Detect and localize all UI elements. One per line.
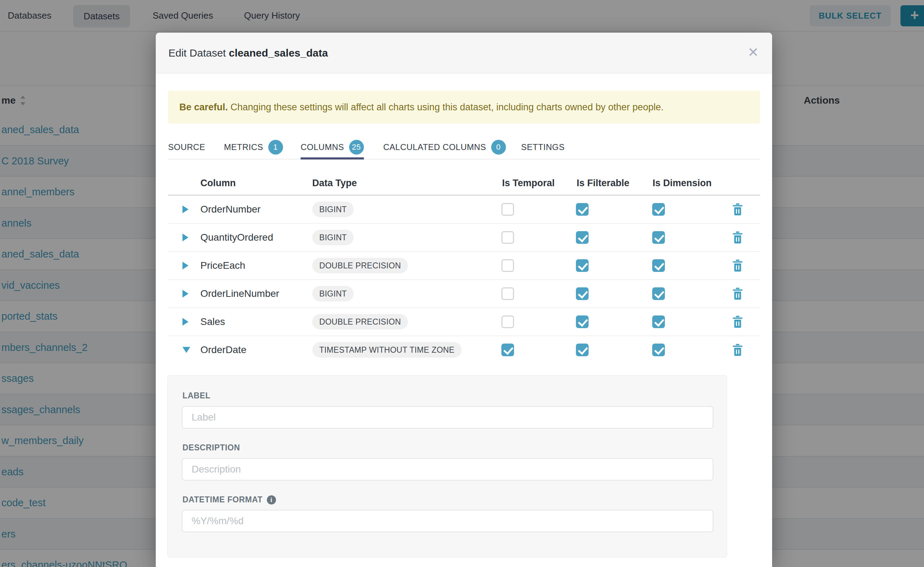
is-filterable-checkbox[interactable] bbox=[576, 259, 588, 272]
is-dimension-checkbox[interactable] bbox=[652, 344, 665, 356]
tab-label: CALCULATED COLUMNS bbox=[383, 142, 486, 152]
column-row-orderlinenumber: OrderLineNumber BIGINT bbox=[168, 280, 760, 308]
tab-columns[interactable]: COLUMNS25 bbox=[301, 135, 364, 159]
delete-column-icon[interactable] bbox=[732, 231, 743, 243]
is-temporal-checkbox[interactable] bbox=[501, 203, 514, 216]
tab-source[interactable]: SOURCE bbox=[168, 135, 205, 159]
expand-caret-icon[interactable] bbox=[182, 262, 188, 270]
column-name: PriceEach bbox=[200, 252, 245, 279]
label-field-label: LABEL bbox=[182, 391, 211, 400]
delete-column-icon[interactable] bbox=[732, 288, 743, 300]
datetime-format-label-text: DATETIME FORMAT bbox=[182, 495, 263, 504]
description-field-label-text: DESCRIPTION bbox=[182, 443, 240, 453]
column-name: QuantityOrdered bbox=[200, 224, 273, 251]
is-filterable-checkbox[interactable] bbox=[576, 287, 588, 300]
warning-banner-text: Changing these settings will affect all … bbox=[228, 102, 664, 112]
data-type-pill: DOUBLE PRECISION bbox=[312, 258, 408, 273]
columns-header-data-type: Data Type bbox=[312, 172, 357, 194]
delete-column-icon[interactable] bbox=[732, 344, 743, 356]
tab-badge: 0 bbox=[491, 140, 506, 154]
delete-column-icon[interactable] bbox=[732, 316, 743, 328]
column-name: OrderLineNumber bbox=[200, 280, 279, 308]
modal-title-prefix: Edit Dataset bbox=[169, 47, 229, 58]
is-dimension-checkbox[interactable] bbox=[652, 259, 665, 272]
is-temporal-checkbox[interactable] bbox=[501, 287, 514, 300]
close-icon[interactable]: ✕ bbox=[748, 33, 759, 73]
is-dimension-checkbox[interactable] bbox=[652, 203, 665, 216]
warning-banner: Be careful. Changing these settings will… bbox=[168, 91, 760, 124]
is-filterable-checkbox[interactable] bbox=[576, 315, 588, 328]
is-dimension-checkbox[interactable] bbox=[652, 287, 665, 300]
datetime-format-field-label: DATETIME FORMAT i bbox=[182, 495, 276, 504]
tab-label: SOURCE bbox=[168, 142, 205, 152]
modal-title-dataset-name: cleaned_sales_data bbox=[229, 47, 328, 58]
is-temporal-checkbox[interactable] bbox=[501, 344, 514, 356]
is-temporal-checkbox[interactable] bbox=[501, 231, 514, 244]
tab-badge: 25 bbox=[349, 140, 364, 154]
column-name: OrderDate bbox=[200, 336, 247, 364]
expand-caret-icon[interactable] bbox=[182, 206, 188, 213]
column-row-quantityordered: QuantityOrdered BIGINT bbox=[168, 224, 760, 252]
column-name: Sales bbox=[200, 308, 225, 336]
tab-badge: 1 bbox=[268, 140, 283, 154]
data-type-pill: BIGINT bbox=[312, 202, 354, 217]
is-filterable-checkbox[interactable] bbox=[576, 203, 588, 216]
is-temporal-checkbox[interactable] bbox=[501, 259, 514, 272]
modal-title: Edit Dataset cleaned_sales_data bbox=[169, 33, 328, 73]
columns-rows: OrderNumber BIGINT QuantityOrdered BIGIN… bbox=[168, 196, 760, 364]
expand-caret-icon[interactable] bbox=[182, 318, 188, 326]
delete-column-icon[interactable] bbox=[732, 203, 743, 215]
is-dimension-checkbox[interactable] bbox=[652, 231, 665, 244]
is-filterable-checkbox[interactable] bbox=[576, 344, 588, 356]
collapse-caret-icon[interactable] bbox=[182, 347, 190, 353]
tab-label: METRICS bbox=[224, 142, 263, 152]
warning-banner-bold: Be careful. bbox=[179, 102, 228, 112]
columns-header-is-dimension: Is Dimension bbox=[653, 172, 712, 194]
column-row-priceeach: PriceEach DOUBLE PRECISION bbox=[168, 252, 760, 280]
column-detail-panel: LABEL DESCRIPTION DATETIME FORMAT i bbox=[167, 375, 727, 558]
info-icon[interactable]: i bbox=[267, 495, 276, 504]
tab-calculated-columns[interactable]: CALCULATED COLUMNS0 bbox=[383, 135, 506, 159]
data-type-pill: BIGINT bbox=[312, 230, 354, 245]
tab-settings[interactable]: SETTINGS bbox=[521, 135, 565, 159]
label-input[interactable] bbox=[182, 406, 713, 429]
tab-label: SETTINGS bbox=[521, 142, 565, 152]
column-row-ordernumber: OrderNumber BIGINT bbox=[168, 196, 760, 224]
data-type-pill: BIGINT bbox=[312, 286, 354, 302]
datetime-format-input[interactable] bbox=[182, 510, 713, 532]
edit-dataset-modal: Edit Dataset cleaned_sales_data ✕ Be car… bbox=[156, 33, 772, 567]
column-row-orderdate: OrderDate TIMESTAMP WITHOUT TIME ZONE bbox=[168, 336, 760, 364]
columns-header-is-filterable: Is Filterable bbox=[576, 172, 629, 194]
columns-header-column: Column bbox=[200, 172, 236, 194]
delete-column-icon[interactable] bbox=[732, 260, 743, 272]
tab-label: COLUMNS bbox=[301, 142, 344, 152]
is-filterable-checkbox[interactable] bbox=[576, 231, 588, 244]
column-name: OrderNumber bbox=[200, 196, 260, 223]
column-row-sales: Sales DOUBLE PRECISION bbox=[168, 308, 760, 336]
tab-metrics[interactable]: METRICS1 bbox=[224, 135, 283, 159]
data-type-pill: DOUBLE PRECISION bbox=[312, 314, 408, 330]
expand-caret-icon[interactable] bbox=[182, 290, 188, 297]
description-field-label: DESCRIPTION bbox=[182, 443, 240, 453]
columns-header-is-temporal: Is Temporal bbox=[502, 172, 555, 194]
is-temporal-checkbox[interactable] bbox=[501, 315, 514, 328]
is-dimension-checkbox[interactable] bbox=[652, 315, 665, 328]
label-field-label-text: LABEL bbox=[182, 391, 211, 400]
datasets-page: Databases Datasets Saved Queries Query H… bbox=[0, 0, 924, 567]
description-input[interactable] bbox=[182, 458, 713, 481]
modal-header: Edit Dataset cleaned_sales_data ✕ bbox=[156, 33, 772, 74]
modal-tabs: SOURCE METRICS1 COLUMNS25 CALCULATED COL… bbox=[168, 135, 760, 159]
expand-caret-icon[interactable] bbox=[182, 234, 188, 242]
data-type-pill: TIMESTAMP WITHOUT TIME ZONE bbox=[312, 342, 462, 358]
